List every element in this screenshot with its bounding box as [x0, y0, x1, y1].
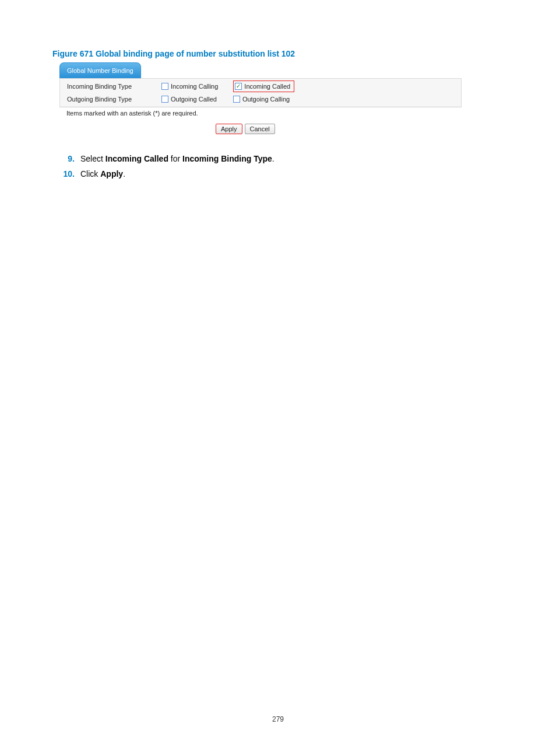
incoming-calling-option[interactable]: Incoming Calling — [160, 81, 221, 92]
outgoing-calling-label: Outgoing Calling — [242, 96, 290, 103]
step-text: Click Apply. — [80, 169, 125, 178]
outgoing-called-label: Outgoing Called — [171, 96, 217, 103]
apply-button[interactable]: Apply — [216, 124, 242, 134]
row-outgoing-binding-type: Outgoing Binding Type Outgoing Called Ou… — [60, 93, 461, 106]
cancel-button[interactable]: Cancel — [245, 124, 275, 134]
row-incoming-binding-type: Incoming Binding Type Incoming Calling ✓… — [60, 80, 461, 93]
button-row: Apply Cancel — [59, 124, 462, 134]
required-note: Items marked with an asterisk (*) are re… — [59, 107, 462, 119]
tab-global-number-binding[interactable]: Global Number Binding — [59, 62, 141, 78]
tab-row: Global Number Binding — [59, 63, 462, 78]
label-incoming-binding-type: Incoming Binding Type — [60, 83, 160, 90]
outgoing-calling-option[interactable]: Outgoing Calling — [232, 94, 293, 104]
incoming-called-checkbox[interactable]: ✓ — [235, 83, 242, 90]
outgoing-called-checkbox[interactable] — [161, 96, 168, 103]
step-number: 10. — [55, 169, 75, 178]
page-number: 279 — [0, 715, 556, 723]
incoming-calling-checkbox[interactable] — [161, 83, 168, 90]
incoming-called-option[interactable]: ✓ Incoming Called — [233, 80, 294, 92]
step-text: Select Incoming Called for Incoming Bind… — [80, 154, 275, 163]
step-10: 10. Click Apply. — [55, 169, 504, 178]
form-panel: Incoming Binding Type Incoming Calling ✓… — [59, 78, 462, 107]
outgoing-called-option[interactable]: Outgoing Called — [160, 94, 220, 104]
outgoing-calling-checkbox[interactable] — [233, 96, 240, 103]
label-outgoing-binding-type: Outgoing Binding Type — [60, 96, 160, 103]
step-number: 9. — [55, 154, 75, 163]
incoming-calling-label: Incoming Calling — [171, 83, 218, 90]
instruction-steps: 9. Select Incoming Called for Incoming B… — [55, 154, 504, 178]
step-9: 9. Select Incoming Called for Incoming B… — [55, 154, 504, 163]
incoming-called-label: Incoming Called — [244, 83, 290, 90]
screenshot-panel: Global Number Binding Incoming Binding T… — [59, 63, 462, 134]
figure-caption: Figure 671 Global binding page of number… — [52, 49, 504, 58]
